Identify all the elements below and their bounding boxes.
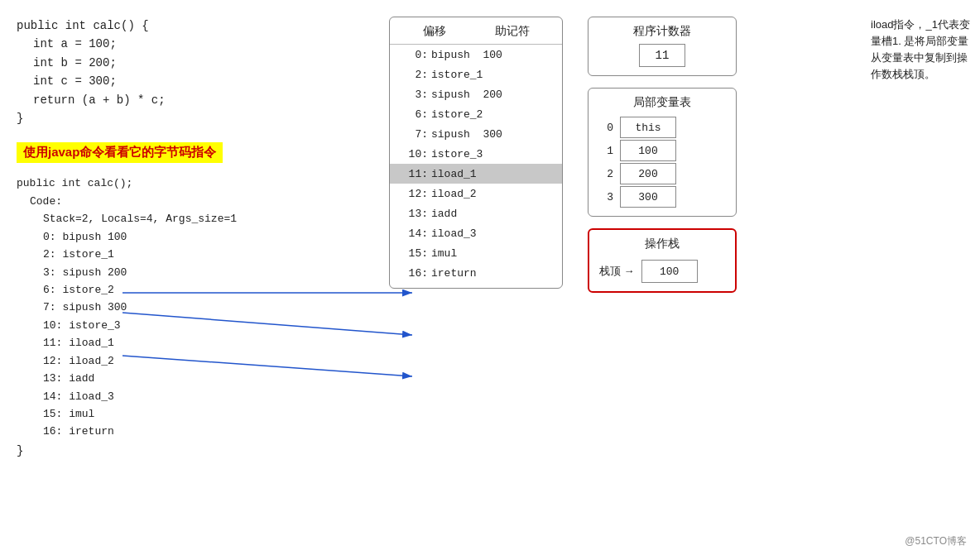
code-line-2: int a = 100; — [33, 35, 372, 53]
table-row-3: 3: sipush 200 — [390, 84, 562, 104]
table-row-14: 14: iload_3 — [390, 223, 562, 243]
row-offset: 16: — [400, 267, 431, 280]
row-mnemonic: istore_1 — [431, 69, 554, 81]
bc-instr-3: 3: sipush 200 — [43, 264, 372, 281]
header-mnemonic: 助记符 — [495, 24, 530, 39]
local-vars-box: 局部变量表 0 this 1 100 2 200 3 300 — [588, 88, 737, 217]
bc-instr-2: 2: istore_1 — [43, 246, 372, 263]
table-row-15: 15: imul — [390, 243, 562, 263]
row-offset: 0: — [400, 49, 431, 61]
table-row-11-highlighted: 11: iload_1 — [390, 164, 562, 184]
bc-instr-13: 13: iadd — [43, 370, 372, 387]
main-container: public int calc() { int a = 100; int b =… — [0, 0, 980, 555]
local-var-row-0: 0 this — [598, 117, 726, 138]
row-offset: 15: — [400, 247, 431, 260]
bc-instr-10: 10: istore_3 — [43, 317, 372, 334]
table-row-0: 0: bipush 100 — [390, 45, 562, 65]
table-row-16: 16: ireturn — [390, 263, 562, 283]
bytecode-sig: public int calc(); — [17, 175, 372, 192]
local-var-cell: 100 — [620, 140, 676, 161]
bc-instr-16: 16: ireturn — [43, 423, 372, 440]
local-var-index: 1 — [598, 145, 613, 157]
code-line-3: int b = 200; — [33, 54, 372, 72]
stack-top-label: 栈顶 → — [599, 264, 635, 279]
table-row-13: 13: iadd — [390, 203, 562, 223]
row-mnemonic: sipush 300 — [431, 128, 554, 141]
row-mnemonic: bipush 100 — [431, 49, 554, 61]
code-line-4: int c = 300; — [33, 72, 372, 90]
code-line-5: return (a + b) * c; — [33, 91, 372, 109]
row-offset: 14: — [400, 227, 431, 240]
local-var-row-1: 1 100 — [598, 140, 726, 161]
row-mnemonic: istore_2 — [431, 108, 554, 121]
pc-box: 程序计数器 11 — [588, 17, 737, 76]
local-var-index: 0 — [598, 122, 613, 134]
stack-top-value: 100 — [641, 260, 698, 283]
pc-value: 11 — [639, 44, 685, 67]
bc-instr-0: 0: bipush 100 — [43, 228, 372, 246]
source-code-block: public int calc() { int a = 100; int b =… — [17, 17, 372, 127]
row-offset: 12: — [400, 188, 431, 200]
closing-brace: } — [17, 444, 372, 457]
bc-instr-7: 7: sipush 300 — [43, 299, 372, 316]
middle-panel: 偏移 助记符 0: bipush 100 2: istore_1 3: sipu… — [381, 8, 571, 547]
watermark: @51CTO博客 — [905, 534, 967, 548]
bytecode-code-label: Code: — [30, 193, 372, 210]
row-mnemonic: ireturn — [431, 267, 554, 280]
row-mnemonic: iadd — [431, 208, 554, 220]
row-offset: 6: — [400, 108, 431, 121]
table-row-2: 2: istore_1 — [390, 65, 562, 84]
row-mnemonic: imul — [431, 247, 554, 260]
row-offset: 11: — [400, 168, 431, 180]
row-mnemonic: istore_3 — [431, 148, 554, 160]
local-vars-table: 0 this 1 100 2 200 3 300 — [598, 117, 726, 208]
pc-title: 程序计数器 — [633, 24, 691, 39]
row-offset: 7: — [400, 128, 431, 141]
row-offset: 2: — [400, 69, 431, 81]
operand-stack-box: 操作栈 栈顶 → 100 — [588, 228, 737, 293]
local-var-cell: this — [620, 117, 676, 138]
row-offset: 10: — [400, 148, 431, 160]
operand-stack-row: 栈顶 → 100 — [599, 260, 698, 283]
row-mnemonic: iload_1 — [431, 168, 554, 180]
row-mnemonic: iload_2 — [431, 188, 554, 200]
local-var-cell: 300 — [620, 186, 676, 208]
row-mnemonic: sipush 200 — [431, 89, 554, 101]
right-panel: 程序计数器 11 局部变量表 0 this 1 100 2 200 — [571, 8, 864, 547]
bc-instr-11: 11: iload_1 — [43, 334, 372, 352]
local-var-row-3: 3 300 — [598, 186, 726, 208]
explanation-panel: iload指令，_1代表变量槽1. 是将局部变量从变量表中复制到操作数栈栈顶。 — [864, 8, 980, 547]
local-var-row-2: 2 200 — [598, 163, 726, 184]
bytecode-stack-locals: Stack=2, Locals=4, Args_size=1 — [43, 210, 372, 227]
bc-instr-14: 14: iload_3 — [43, 388, 372, 405]
highlight-banner: 使用javap命令看看它的字节码指令 — [17, 142, 223, 163]
code-line-1: public int calc() { — [17, 17, 372, 35]
table-row-6: 6: istore_2 — [390, 104, 562, 124]
bc-instr-15: 15: imul — [43, 405, 372, 423]
table-row-10: 10: istore_3 — [390, 144, 562, 164]
row-mnemonic: iload_3 — [431, 227, 554, 240]
bc-instr-12: 12: iload_2 — [43, 352, 372, 370]
local-var-cell: 200 — [620, 163, 676, 184]
code-line-6: } — [17, 109, 372, 127]
bytecode-table-header: 偏移 助记符 — [390, 17, 562, 45]
local-var-index: 3 — [598, 191, 613, 203]
bytecode-listing: public int calc(); Code: Stack=2, Locals… — [17, 175, 372, 441]
local-vars-title: 局部变量表 — [633, 95, 691, 110]
header-offset: 偏移 — [423, 24, 446, 39]
bytecode-table-box: 偏移 助记符 0: bipush 100 2: istore_1 3: sipu… — [389, 17, 563, 289]
row-offset: 13: — [400, 208, 431, 220]
left-panel: public int calc() { int a = 100; int b =… — [0, 8, 381, 547]
bc-instr-6: 6: istore_2 — [43, 281, 372, 299]
table-row-12: 12: iload_2 — [390, 184, 562, 203]
row-offset: 3: — [400, 89, 431, 101]
operand-stack-title: 操作栈 — [645, 237, 680, 251]
table-row-7: 7: sipush 300 — [390, 124, 562, 144]
local-var-index: 2 — [598, 168, 613, 180]
